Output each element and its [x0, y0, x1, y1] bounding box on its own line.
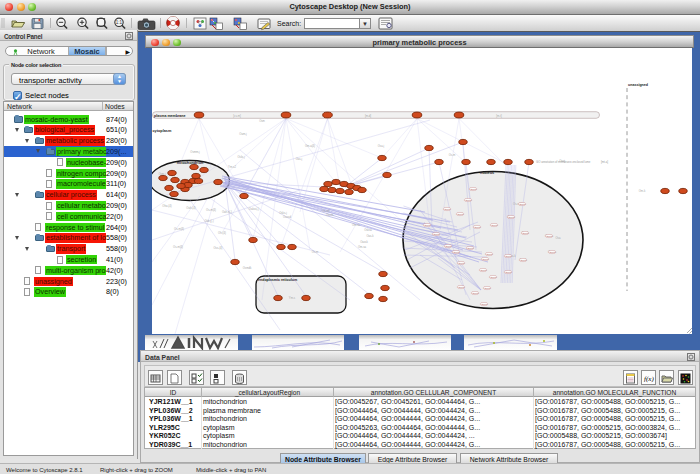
svg-text:[m-d]: [m-d]: [365, 114, 371, 118]
svg-text:cytoplasm: cytoplasm: [153, 129, 172, 133]
svg-text:[cs-m]: [cs-m]: [233, 114, 241, 118]
svg-text:YBR02: YBR02: [490, 276, 498, 278]
svg-text:Osmm-j: Osmm-j: [190, 150, 200, 154]
svg-text:Os-m(4): Os-m(4): [173, 245, 183, 249]
svg-text:YBR02: YBR02: [482, 258, 490, 260]
svg-text:Om-k: Om-k: [639, 189, 646, 193]
svg-text:Osm-j: Osm-j: [158, 172, 166, 176]
svg-text:nucleus: nucleus: [480, 171, 494, 175]
svg-text:Osa-j: Osa-j: [378, 144, 385, 148]
svg-text:YBR02: YBR02: [508, 216, 516, 218]
svg-text:[m-t]: [m-t]: [496, 114, 502, 118]
svg-text:YBR02: YBR02: [470, 188, 478, 190]
svg-text:YBR02: YBR02: [520, 259, 528, 261]
svg-text:Oah-(4): Oah-(4): [186, 206, 195, 210]
svg-text:Om-sa: Om-sa: [358, 245, 367, 249]
svg-text:Ym-s2: Ym-s2: [228, 165, 236, 169]
svg-text:plasma membrane: plasma membrane: [154, 114, 186, 118]
svg-text:YBR02: YBR02: [458, 262, 466, 264]
svg-text:YBR02: YBR02: [505, 255, 513, 257]
svg-text:Oh-(4): Oh-(4): [218, 231, 226, 235]
svg-text:Os-m(4): Os-m(4): [174, 227, 184, 231]
svg-text:YBR02: YBR02: [484, 287, 492, 289]
svg-text:YBR02: YBR02: [522, 232, 530, 234]
svg-text:YBR02: YBR02: [505, 271, 513, 273]
svg-text:Osb-j(-): Osb-j(-): [204, 219, 213, 223]
svg-text:Osm: Osm: [259, 119, 265, 123]
svg-text:YBR02: YBR02: [453, 251, 461, 253]
svg-text:YBR02: YBR02: [424, 224, 432, 226]
svg-text:Ym-s: Ym-s: [289, 296, 296, 300]
svg-text:Osmdk: Osmdk: [243, 266, 252, 270]
svg-text:YBR02: YBR02: [457, 213, 465, 215]
svg-text:f(x): f(x): [644, 375, 654, 383]
svg-text:YBR02: YBR02: [480, 269, 488, 271]
svg-text:YBR02: YBR02: [486, 253, 494, 255]
svg-text:Om-sa: Om-sa: [352, 223, 361, 227]
svg-text:Om-a(4): Om-a(4): [305, 144, 315, 148]
svg-text:YBR02: YBR02: [472, 292, 480, 294]
svg-text:Oam-j: Oam-j: [239, 132, 247, 136]
svg-text:Os-m: Os-m: [449, 153, 456, 157]
svg-text:Oassd: Oassd: [283, 215, 291, 219]
svg-text:YBR02: YBR02: [549, 251, 557, 253]
svg-text:YBR02: YBR02: [444, 208, 452, 210]
svg-text:YBR02: YBR02: [465, 199, 473, 201]
svg-text:YBR02: YBR02: [519, 203, 527, 205]
svg-text:Oslo-j: Oslo-j: [237, 155, 244, 159]
svg-text:Osksa: Osksa: [364, 228, 372, 232]
svg-text:YBR02: YBR02: [481, 303, 489, 305]
svg-text:Oakss(-): Oakss(-): [249, 207, 259, 211]
svg-text:Os-m(4): Os-m(4): [206, 208, 216, 212]
svg-text:Os-mk: Os-mk: [322, 209, 331, 213]
svg-text:mitochondrion: mitochondrion: [177, 161, 204, 165]
svg-text:Osks-j: Osks-j: [279, 211, 287, 215]
svg-text:1:1: 1:1: [116, 20, 123, 25]
svg-text:Oas-j: Oas-j: [296, 157, 303, 161]
svg-text:Oho-(4): Oho-(4): [162, 204, 171, 208]
svg-text:Oss-(4): Oss-(4): [214, 246, 223, 250]
svg-text:GO annotation of membrane-encl: GO annotation of membrane-enclosed lume: [536, 160, 591, 164]
svg-text:YBR02: YBR02: [445, 245, 453, 247]
svg-text:Oassk: Oassk: [360, 240, 368, 244]
svg-text:YBR02: YBR02: [458, 286, 466, 288]
svg-text:unassigned: unassigned: [628, 83, 648, 87]
svg-text:YBR02: YBR02: [491, 224, 499, 226]
svg-text:YBR02: YBR02: [467, 247, 475, 249]
svg-text:Oah-s(-): Oah-s(-): [222, 210, 232, 214]
svg-text:[mt-a]: [mt-a]: [601, 160, 608, 164]
svg-text:Oasm-: Oasm-: [326, 213, 334, 217]
svg-text:YBR02: YBR02: [433, 233, 441, 235]
svg-text:YBR02: YBR02: [546, 235, 554, 237]
svg-text:Os-m: Os-m: [312, 250, 319, 254]
svg-text:Oas-k: Oas-k: [366, 234, 374, 238]
svg-text:YBR02: YBR02: [474, 226, 482, 228]
svg-text:endoplasmic reticulum: endoplasmic reticulum: [258, 278, 297, 282]
svg-text:Osa: Osa: [556, 236, 561, 240]
